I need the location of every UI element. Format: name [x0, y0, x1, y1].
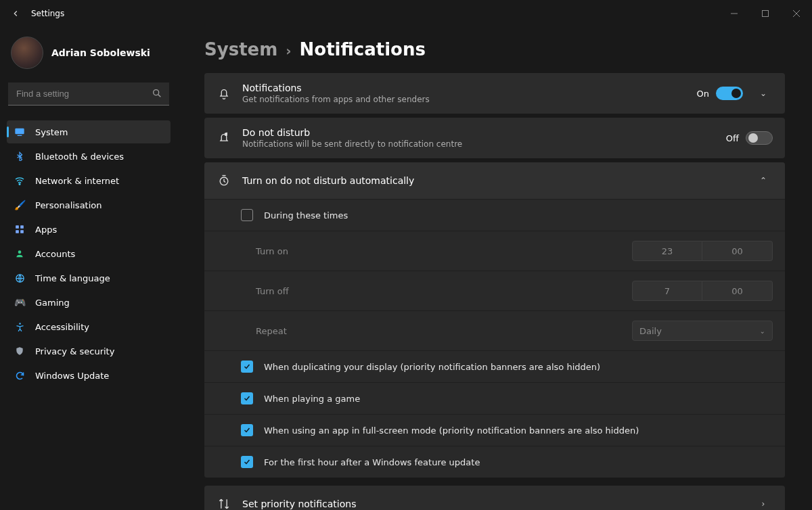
gaming-icon: 🎮	[14, 296, 26, 308]
nav-accounts[interactable]: Accounts	[7, 242, 171, 265]
nav-label: Windows Update	[35, 371, 109, 381]
svg-rect-6	[20, 225, 24, 229]
option-label: During these times	[264, 210, 348, 221]
opt-fullscreen[interactable]: When using an app in full-screen mode (p…	[204, 414, 785, 446]
turn-on-hour[interactable]: 23	[632, 241, 702, 261]
option-label: When using an app in full-screen mode (p…	[264, 425, 639, 436]
titlebar: Settings	[0, 0, 812, 27]
repeat-select[interactable]: Daily ⌄	[632, 321, 773, 341]
svg-point-11	[19, 323, 21, 325]
chevron-down-icon: ⌄	[760, 327, 765, 335]
svg-rect-3	[18, 135, 22, 136]
search-box[interactable]	[8, 83, 169, 106]
checkbox-duplicating[interactable]	[241, 361, 253, 373]
search-input[interactable]	[8, 83, 169, 106]
profile[interactable]: Adrian Sobolewski	[7, 27, 171, 83]
auto-dnd-header[interactable]: Turn on do not disturb automatically ⌃	[204, 162, 785, 199]
svg-point-1	[154, 90, 159, 95]
dnd-card[interactable]: z Do not disturb Notifications will be s…	[204, 118, 785, 158]
page-title: Notifications	[300, 39, 426, 60]
checkbox-update[interactable]	[241, 456, 253, 468]
repeat-value: Daily	[639, 326, 662, 336]
nav-personalisation[interactable]: 🖌️ Personalisation	[7, 193, 171, 216]
row-label: Turn on	[256, 246, 621, 256]
turn-off-hour[interactable]: 7	[632, 281, 702, 301]
nav-privacy[interactable]: Privacy & security	[7, 340, 171, 363]
row-title: Do not disturb	[242, 127, 715, 138]
close-button[interactable]	[781, 0, 812, 27]
nav-label: Personalisation	[35, 200, 102, 210]
bluetooth-icon	[14, 150, 26, 162]
chevron-down-icon[interactable]: ⌄	[754, 89, 773, 98]
nav-update[interactable]: Windows Update	[7, 364, 171, 387]
breadcrumb-parent[interactable]: System	[204, 39, 277, 60]
svg-rect-5	[16, 225, 19, 229]
option-label: When playing a game	[264, 394, 360, 404]
back-button[interactable]	[9, 7, 22, 20]
accessibility-icon	[14, 321, 26, 333]
row-label: Repeat	[256, 326, 621, 336]
apps-icon	[14, 223, 26, 235]
row-title: Notifications	[242, 83, 686, 93]
turn-on-minute[interactable]: 00	[702, 241, 773, 261]
nav-apps[interactable]: Apps	[7, 218, 171, 241]
nav-system[interactable]: System	[7, 120, 171, 143]
priority-icon	[217, 496, 231, 510]
nav-time[interactable]: Time & language	[7, 266, 171, 289]
row-label: Turn off	[256, 286, 621, 296]
turn-off-minute[interactable]: 00	[702, 281, 773, 301]
nav-label: Accessibility	[35, 322, 89, 332]
svg-text:z: z	[225, 132, 227, 136]
auto-dnd-card: Turn on do not disturb automatically ⌃ D…	[204, 162, 785, 478]
nav-label: Apps	[35, 225, 57, 235]
update-icon	[14, 369, 26, 381]
nav-label: Gaming	[35, 298, 70, 308]
nav-bluetooth[interactable]: Bluetooth & devices	[7, 145, 171, 168]
option-label: When duplicating your display (priority …	[264, 362, 600, 372]
nav-label: Network & internet	[35, 176, 119, 186]
opt-duplicating[interactable]: When duplicating your display (priority …	[204, 350, 785, 382]
svg-rect-2	[15, 129, 24, 135]
display-icon	[14, 126, 26, 138]
bell-icon	[217, 86, 231, 101]
nav-label: Accounts	[35, 249, 75, 259]
nav: System Bluetooth & devices Network & int…	[7, 120, 171, 387]
nav-gaming[interactable]: 🎮 Gaming	[7, 291, 171, 314]
opt-update[interactable]: For the first hour after a Windows featu…	[204, 446, 785, 478]
person-icon	[14, 248, 26, 260]
wifi-icon	[14, 175, 26, 187]
minimize-button[interactable]	[719, 0, 750, 27]
notifications-toggle[interactable]	[716, 87, 743, 100]
option-label: For the first hour after a Windows featu…	[264, 457, 480, 467]
checkbox-game[interactable]	[241, 392, 253, 404]
window-controls	[719, 0, 812, 27]
shield-icon	[14, 345, 26, 357]
profile-name: Adrian Sobolewski	[51, 47, 150, 58]
toggle-label: Off	[726, 133, 739, 143]
opt-during-times[interactable]: During these times	[204, 199, 785, 231]
paint-icon: 🖌️	[14, 199, 26, 211]
row-desc: Get notifications from apps and other se…	[242, 95, 686, 104]
notifications-card[interactable]: Notifications Get notifications from app…	[204, 73, 785, 114]
row-title: Turn on do not disturb automatically	[242, 175, 743, 186]
nav-network[interactable]: Network & internet	[7, 169, 171, 192]
chevron-right-icon: ›	[754, 499, 773, 509]
chevron-up-icon[interactable]: ⌃	[754, 176, 773, 185]
priority-card[interactable]: Set priority notifications ›	[204, 486, 785, 510]
clock-icon	[217, 173, 231, 188]
nav-accessibility[interactable]: Accessibility	[7, 315, 171, 338]
globe-icon	[14, 272, 26, 284]
opt-game[interactable]: When playing a game	[204, 382, 785, 414]
checkbox-fullscreen[interactable]	[241, 424, 253, 436]
row-desc: Notifications will be sent directly to n…	[242, 139, 715, 149]
dnd-icon: z	[217, 131, 231, 145]
svg-rect-7	[16, 230, 19, 233]
checkbox-during-times[interactable]	[241, 209, 253, 221]
toggle-label: On	[697, 89, 709, 99]
row-title: Set priority notifications	[242, 499, 743, 509]
repeat-row: Repeat Daily ⌄	[204, 310, 785, 350]
dnd-toggle[interactable]	[746, 131, 773, 145]
nav-label: Privacy & security	[35, 346, 114, 356]
maximize-button[interactable]	[750, 0, 781, 27]
nav-label: System	[35, 127, 68, 137]
